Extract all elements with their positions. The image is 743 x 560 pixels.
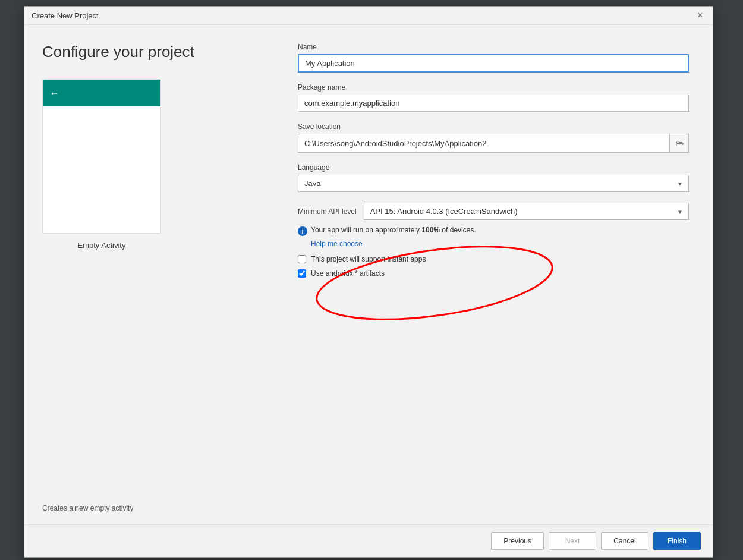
save-location-field-group: Save location 🗁 — [298, 122, 689, 153]
info-icon: i — [298, 226, 307, 236]
api-info-row: i Your app will run on approximately 100… — [298, 226, 689, 236]
api-level-select[interactable]: API 15: Android 4.0.3 (IceCreamSandwich)… — [364, 203, 689, 220]
name-field-group: Name — [298, 43, 689, 73]
left-panel: Configure your project ← Empty Activity … — [24, 25, 286, 524]
androidx-checkbox[interactable] — [298, 269, 306, 278]
help-me-choose-link[interactable]: Help me choose — [311, 240, 689, 248]
info-text-pre: Your app will run on approximately — [311, 226, 421, 234]
save-location-input-wrapper: 🗁 — [298, 134, 689, 153]
template-preview-header: ← — [43, 80, 160, 106]
api-info-text: Your app will run on approximately 100% … — [311, 226, 476, 234]
language-label: Language — [298, 163, 689, 172]
create-project-dialog: Create New Project × Configure your proj… — [24, 6, 713, 558]
package-field-group: Package name — [298, 83, 689, 112]
instant-apps-row: This project will support instant apps — [298, 255, 689, 263]
api-level-label: Minimum API level — [298, 207, 357, 216]
info-text-post: of devices. — [440, 226, 476, 234]
name-input[interactable] — [298, 54, 689, 73]
cancel-button[interactable]: Cancel — [601, 532, 648, 550]
language-select[interactable]: Java Kotlin — [298, 175, 689, 192]
androidx-label: Use androidx.* artifacts — [311, 269, 385, 278]
package-input[interactable] — [298, 95, 689, 112]
dialog-content: Configure your project ← Empty Activity … — [24, 25, 713, 524]
dialog-title: Create New Project — [32, 11, 99, 20]
name-label: Name — [298, 43, 689, 51]
previous-button[interactable]: Previous — [491, 532, 544, 550]
close-button[interactable]: × — [695, 10, 706, 21]
instant-apps-label: This project will support instant apps — [311, 255, 426, 263]
androidx-row: Use androidx.* artifacts — [298, 269, 689, 278]
next-button[interactable]: Next — [549, 532, 596, 550]
language-field-group: Language Java Kotlin ▼ — [298, 163, 689, 192]
template-name: Empty Activity — [42, 241, 161, 250]
template-description: Creates a new empty activity — [42, 492, 268, 512]
dialog-titlebar: Create New Project × — [24, 7, 713, 25]
save-location-label: Save location — [298, 122, 689, 131]
dialog-footer: Previous Next Cancel Finish — [24, 524, 713, 557]
save-location-input[interactable] — [298, 134, 670, 153]
finish-button[interactable]: Finish — [653, 532, 701, 550]
api-select-wrapper: API 15: Android 4.0.3 (IceCreamSandwich)… — [364, 203, 689, 220]
package-label: Package name — [298, 83, 689, 92]
page-title: Configure your project — [42, 43, 268, 61]
template-preview-body — [43, 106, 160, 233]
template-preview: ← — [42, 79, 161, 234]
info-percentage: 100% — [421, 226, 440, 234]
browse-folder-button[interactable]: 🗁 — [670, 134, 689, 153]
api-level-row: Minimum API level API 15: Android 4.0.3 … — [298, 203, 689, 220]
right-panel: Name Package name Save location 🗁 Langua… — [286, 25, 713, 524]
language-select-wrapper: Java Kotlin ▼ — [298, 175, 689, 192]
back-arrow-icon: ← — [50, 88, 59, 99]
instant-apps-checkbox[interactable] — [298, 255, 306, 263]
